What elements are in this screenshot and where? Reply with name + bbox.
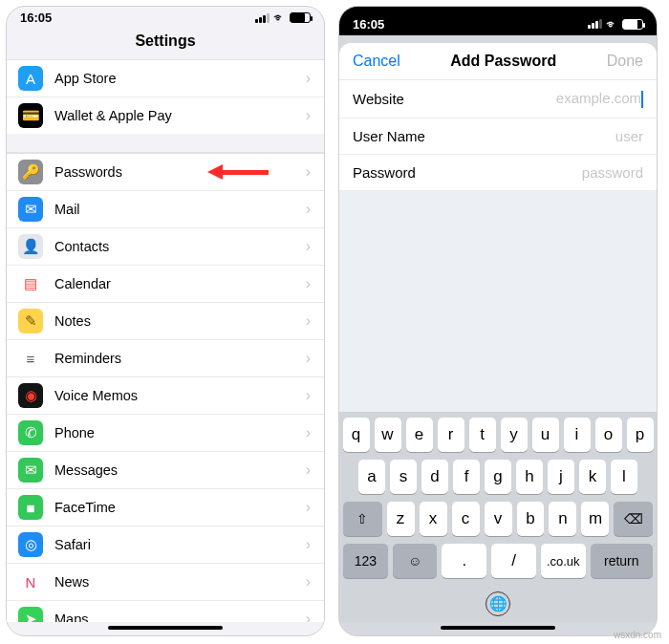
settings-row-voice-memos[interactable]: ◉Voice Memos› xyxy=(7,377,324,415)
chevron-right-icon: › xyxy=(306,201,311,218)
settings-row-facetime[interactable]: ■FaceTime› xyxy=(7,489,324,526)
return-key[interactable]: return xyxy=(591,544,653,578)
key-b[interactable]: b xyxy=(517,502,545,536)
dot-key[interactable]: . xyxy=(442,544,486,578)
key-c[interactable]: c xyxy=(452,502,480,536)
battery-icon xyxy=(622,19,643,30)
key-k[interactable]: k xyxy=(579,460,606,494)
passwords-icon: 🔑 xyxy=(18,160,43,184)
chevron-right-icon: › xyxy=(306,573,311,590)
voice-memos-icon: ◉ xyxy=(18,383,43,408)
row-label: Messages xyxy=(54,462,306,478)
row-label: Contacts xyxy=(54,239,306,254)
numbers-key[interactable]: 123 xyxy=(343,544,388,578)
settings-scroll[interactable]: AApp Store›💳Wallet & Apple Pay› 🔑Passwor… xyxy=(7,59,324,622)
row-label: FaceTime xyxy=(54,500,306,515)
row-label: Voice Memos xyxy=(54,388,306,403)
battery-icon xyxy=(290,12,311,23)
calendar-icon: ▤ xyxy=(18,271,43,296)
home-indicator[interactable] xyxy=(441,626,555,630)
key-u[interactable]: u xyxy=(532,418,559,452)
field-password[interactable]: Passwordpassword xyxy=(339,155,657,191)
settings-row-news[interactable]: NNews› xyxy=(7,564,324,601)
phone-icon: ✆ xyxy=(18,420,43,445)
slash-key[interactable]: / xyxy=(491,544,536,578)
domain-key[interactable]: .co.uk xyxy=(541,544,586,578)
chevron-right-icon: › xyxy=(306,462,311,479)
safari-icon: ◎ xyxy=(18,532,43,557)
wifi-icon: ᯤ xyxy=(606,17,618,32)
key-h[interactable]: h xyxy=(516,460,543,494)
settings-row-passwords[interactable]: 🔑Passwords› xyxy=(7,154,324,191)
key-z[interactable]: z xyxy=(387,502,415,536)
key-y[interactable]: y xyxy=(501,418,528,452)
field-website[interactable]: Websiteexample.com xyxy=(339,80,657,118)
chevron-right-icon: › xyxy=(306,312,311,330)
add-password-screen: 16:05 ᯤ Cancel Add Password Done Website… xyxy=(338,6,658,636)
key-a[interactable]: a xyxy=(358,460,385,494)
signal-icon xyxy=(255,13,270,23)
key-o[interactable]: o xyxy=(595,418,622,452)
key-v[interactable]: v xyxy=(485,502,512,536)
key-i[interactable]: i xyxy=(564,418,591,452)
highlight-arrow xyxy=(207,164,269,180)
page-title: Settings xyxy=(7,27,324,59)
key-r[interactable]: r xyxy=(438,418,464,452)
reminders-icon: ≡ xyxy=(18,346,43,371)
status-time: 16:05 xyxy=(20,11,52,25)
chevron-right-icon: › xyxy=(306,424,311,441)
globe-icon[interactable]: 🌐 xyxy=(486,591,510,616)
key-x[interactable]: x xyxy=(420,502,447,536)
key-l[interactable]: l xyxy=(611,460,637,494)
field-label: User Name xyxy=(353,128,458,144)
shift-key[interactable]: ⇧ xyxy=(343,502,382,536)
chevron-right-icon: › xyxy=(306,611,311,622)
status-bar: 16:05 ᯤ xyxy=(7,7,324,27)
mail-icon: ✉︎ xyxy=(18,197,43,222)
modal-sheet: Cancel Add Password Done Websiteexample.… xyxy=(339,43,657,191)
settings-row-phone[interactable]: ✆Phone› xyxy=(7,415,324,452)
emoji-key[interactable]: ☺ xyxy=(393,544,438,578)
key-j[interactable]: j xyxy=(548,460,574,494)
maps-icon: ➤ xyxy=(18,607,43,622)
key-p[interactable]: p xyxy=(627,418,654,452)
key-n[interactable]: n xyxy=(549,502,576,536)
chevron-right-icon: › xyxy=(306,107,311,124)
settings-row-app-store[interactable]: AApp Store› xyxy=(7,60,324,97)
settings-row-wallet-apple-pay[interactable]: 💳Wallet & Apple Pay› xyxy=(7,97,324,134)
settings-row-notes[interactable]: ✎Notes› xyxy=(7,303,324,340)
chevron-right-icon: › xyxy=(306,350,311,367)
contacts-icon: 👤 xyxy=(18,234,43,259)
key-s[interactable]: s xyxy=(390,460,417,494)
settings-row-reminders[interactable]: ≡Reminders› xyxy=(7,340,324,377)
key-w[interactable]: w xyxy=(375,418,401,452)
cancel-button[interactable]: Cancel xyxy=(353,53,400,70)
home-indicator[interactable] xyxy=(108,626,223,630)
key-m[interactable]: m xyxy=(581,502,609,536)
key-e[interactable]: e xyxy=(406,418,433,452)
form-background xyxy=(339,191,657,412)
row-label: Wallet & Apple Pay xyxy=(54,108,306,123)
row-label: Mail xyxy=(54,202,306,217)
key-d[interactable]: d xyxy=(421,460,448,494)
app-store-icon: A xyxy=(18,66,43,91)
settings-row-mail[interactable]: ✉︎Mail› xyxy=(7,191,324,228)
settings-row-calendar[interactable]: ▤Calendar› xyxy=(7,266,324,303)
signal-icon xyxy=(588,19,602,29)
settings-screen: 16:05 ᯤ Settings AApp Store›💳Wallet & Ap… xyxy=(6,6,325,636)
keyboard: qwertyuiop asdfghjkl ⇧zxcvbnm⌫ 123☺./.co… xyxy=(339,412,657,622)
modal-title: Add Password xyxy=(450,53,556,70)
settings-row-maps[interactable]: ➤Maps› xyxy=(7,601,324,622)
row-label: Maps xyxy=(54,612,306,622)
key-q[interactable]: q xyxy=(343,418,370,452)
key-f[interactable]: f xyxy=(453,460,480,494)
key-t[interactable]: t xyxy=(469,418,496,452)
done-button[interactable]: Done xyxy=(607,53,643,70)
settings-row-safari[interactable]: ◎Safari› xyxy=(7,526,324,564)
settings-row-messages[interactable]: ✉︎Messages› xyxy=(7,452,324,489)
field-user-name[interactable]: User Nameuser xyxy=(339,118,657,155)
settings-row-contacts[interactable]: 👤Contacts› xyxy=(7,228,324,266)
status-icons: ᯤ xyxy=(588,17,643,32)
backspace-key[interactable]: ⌫ xyxy=(614,502,653,536)
key-g[interactable]: g xyxy=(485,460,511,494)
